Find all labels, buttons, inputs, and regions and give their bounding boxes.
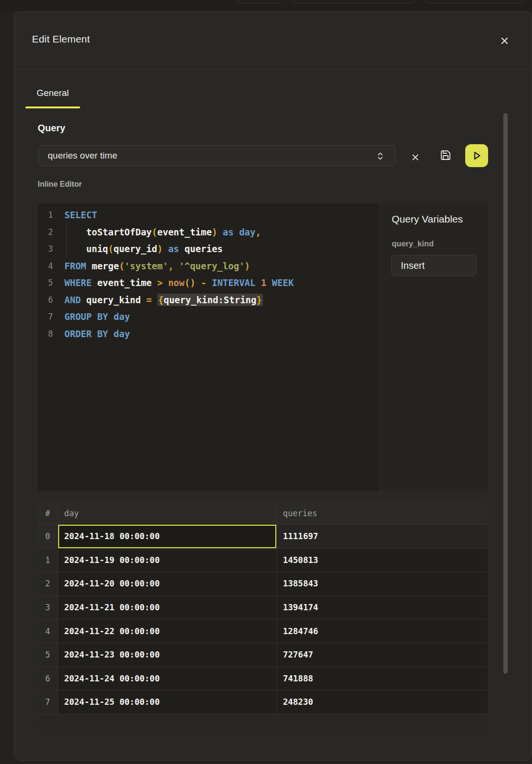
run-query-button[interactable] (465, 144, 488, 167)
query-select[interactable]: queries over time (38, 145, 396, 166)
row-index-cell: 5 (38, 643, 58, 667)
toolbar-button-2[interactable] (292, 0, 415, 3)
table-row: 32024-11-21 00:00:001394174 (38, 596, 488, 620)
day-cell[interactable]: 2024-11-22 00:00:00 (58, 619, 277, 643)
code-line: 6AND query_kind = {query_kind:String} (38, 292, 379, 309)
code-line: 1SELECT (38, 207, 379, 224)
close-button[interactable] (498, 34, 511, 47)
line-number: 7 (38, 308, 53, 326)
column-header-day: day (58, 502, 277, 524)
save-icon (440, 149, 451, 161)
day-cell[interactable]: 2024-11-18 00:00:00 (58, 525, 277, 548)
clear-icon (412, 154, 418, 160)
inline-editor-label: Inline Editor (38, 180, 82, 189)
query-variables-panel: Query Variables query_kind Insert (380, 203, 488, 491)
dialog-scrollbar-thumb[interactable] (503, 113, 508, 674)
line-number: 4 (38, 258, 53, 275)
queries-cell[interactable]: 1394174 (276, 596, 488, 619)
row-index-cell: 3 (38, 596, 58, 619)
line-number: 2 (38, 224, 53, 241)
dialog-title: Edit Element (32, 33, 90, 45)
column-header-queries: queries (276, 502, 488, 524)
day-cell[interactable]: 2024-11-20 00:00:00 (58, 572, 277, 595)
query-heading: Query (38, 122, 65, 134)
results-table: # day queries 02024-11-18 00:00:00111169… (38, 502, 488, 730)
queries-cell[interactable]: 741888 (276, 667, 488, 690)
code-line: 3 uniq(query_id) as queries (38, 241, 379, 258)
toolbar-button-3[interactable] (425, 0, 524, 3)
table-row: 62024-11-24 00:00:00741888 (38, 667, 488, 691)
query-variables-heading: Query Variables (392, 213, 463, 225)
row-index-cell: 1 (38, 549, 58, 572)
code-line: 2 toStartOfDay(event_time) as day, (38, 224, 379, 241)
row-index-cell: 6 (38, 667, 58, 690)
queries-cell[interactable]: 1284746 (276, 619, 488, 643)
table-row: 02024-11-18 00:00:001111697 (38, 525, 488, 549)
code-pane[interactable]: 1SELECT2 toStartOfDay(event_time) as day… (38, 203, 380, 491)
table-row: 72024-11-25 00:00:00248230 (38, 690, 488, 714)
column-header-index: # (38, 502, 58, 524)
results-table-header: # day queries (38, 502, 488, 525)
tab-active-underline (25, 106, 80, 108)
code-line: 5WHERE event_time > now() - INTERVAL 1 W… (38, 275, 379, 292)
day-cell[interactable]: 2024-11-24 00:00:00 (58, 667, 277, 690)
code-line: 4FROM merge('system', '^query_log') (38, 258, 379, 275)
queries-cell[interactable]: 248230 (276, 690, 488, 714)
day-cell[interactable]: 2024-11-23 00:00:00 (58, 643, 277, 667)
day-cell[interactable]: 2024-11-19 00:00:00 (58, 549, 277, 572)
queries-cell[interactable]: 1111697 (276, 525, 488, 548)
line-number: 8 (38, 326, 53, 343)
tab-general[interactable]: General (25, 88, 80, 98)
row-index-cell: 4 (38, 619, 58, 643)
variable-name-label: query_kind (392, 239, 434, 248)
close-icon (501, 37, 508, 44)
code-line: 7GROUP BY day (38, 308, 379, 326)
day-cell[interactable]: 2024-11-21 00:00:00 (58, 596, 277, 619)
select-chevrons-icon (377, 152, 384, 160)
play-icon (471, 150, 482, 161)
queries-cell[interactable]: 727647 (276, 643, 488, 667)
line-number: 1 (38, 207, 53, 224)
row-index-cell: 2 (38, 572, 58, 595)
edit-element-dialog: Edit Element General Query queries over … (14, 11, 532, 761)
line-number: 5 (38, 275, 53, 292)
table-row: 42024-11-22 00:00:001284746 (38, 619, 488, 643)
header-divider (15, 69, 532, 70)
insert-variable-button[interactable]: Insert (391, 255, 477, 276)
day-cell[interactable]: 2024-11-25 00:00:00 (58, 690, 277, 714)
toolbar-button-1[interactable] (237, 0, 282, 3)
row-index-cell: 0 (38, 525, 58, 548)
queries-cell[interactable]: 1385843 (276, 572, 488, 595)
clear-query-button[interactable] (410, 152, 420, 162)
save-query-button[interactable] (440, 149, 451, 161)
table-row: 52024-11-23 00:00:00727647 (38, 643, 488, 667)
line-number: 6 (38, 292, 53, 309)
table-row: 22024-11-20 00:00:001385843 (38, 572, 488, 596)
top-toolbar (0, 0, 532, 11)
line-number: 3 (38, 241, 53, 258)
table-row: 12024-11-19 00:00:001450813 (38, 549, 488, 573)
sql-editor: 1SELECT2 toStartOfDay(event_time) as day… (38, 203, 488, 491)
queries-cell[interactable]: 1450813 (276, 549, 488, 572)
query-select-value: queries over time (48, 150, 117, 161)
row-index-cell: 7 (38, 690, 58, 714)
code-line: 8ORDER BY day (38, 326, 379, 343)
table-footer-strip (38, 714, 488, 730)
